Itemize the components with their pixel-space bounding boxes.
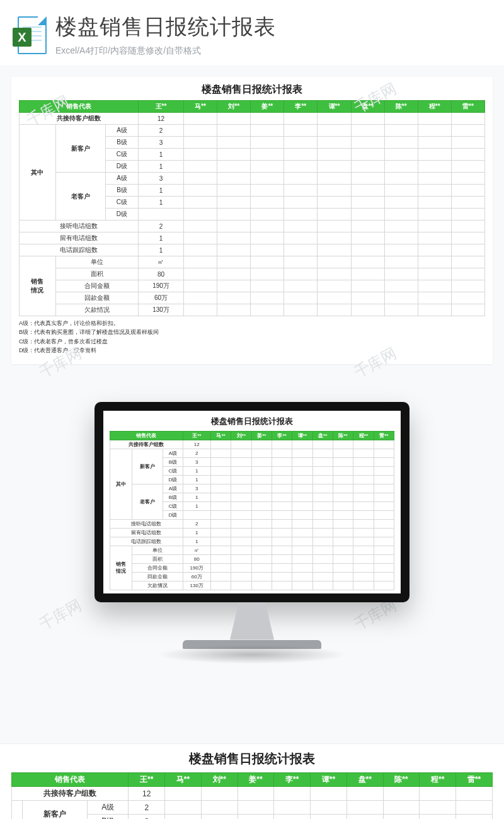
cell: 2 xyxy=(183,449,210,457)
col-sales-rep: 销售代表 xyxy=(20,101,139,113)
col-rep: 王** xyxy=(183,431,210,440)
cell xyxy=(418,280,451,292)
report-table-wrap: 销售代表王**马**刘**姜**李**谭**盘**陈**程**雷**共接待客户组… xyxy=(110,431,394,590)
col-rep: 雷** xyxy=(374,431,394,440)
cell xyxy=(231,457,251,466)
cell xyxy=(184,161,217,173)
cell xyxy=(231,572,251,581)
cell xyxy=(451,149,484,161)
cell xyxy=(418,232,451,244)
cell xyxy=(418,113,451,125)
col-rep: 程** xyxy=(353,431,374,440)
cell: 1 xyxy=(138,232,183,244)
cell xyxy=(284,209,318,220)
cell xyxy=(318,304,351,316)
cell xyxy=(383,815,420,820)
cell xyxy=(272,475,292,484)
note-line: C级：代表老客户，曾多次看过楼盘 xyxy=(19,337,485,346)
cell xyxy=(351,137,384,149)
cell: 3 xyxy=(138,137,183,149)
level-label: B级 xyxy=(163,493,183,501)
cell xyxy=(251,449,272,457)
cell xyxy=(312,484,333,493)
cell xyxy=(292,475,312,484)
cell xyxy=(210,475,231,484)
level-label: C级 xyxy=(106,197,139,209)
col-rep: 姜** xyxy=(251,431,272,440)
cell xyxy=(418,292,451,304)
cell xyxy=(312,440,333,449)
cell xyxy=(312,466,333,475)
cell xyxy=(272,563,292,572)
cell xyxy=(312,449,333,457)
cell xyxy=(418,244,451,256)
cell xyxy=(184,197,217,209)
cell: 80 xyxy=(183,554,210,563)
cell xyxy=(353,563,374,572)
cell xyxy=(184,256,217,268)
cell xyxy=(251,563,272,572)
cell xyxy=(318,197,351,209)
level-label: C级 xyxy=(163,501,183,510)
cell xyxy=(272,572,292,581)
cell xyxy=(274,801,311,815)
cell xyxy=(384,185,418,197)
cell xyxy=(231,475,251,484)
col-rep: 陈** xyxy=(384,101,418,113)
level-label: A级 xyxy=(163,484,183,493)
cell xyxy=(217,137,251,149)
cell: 1 xyxy=(138,185,183,197)
level-label: B级 xyxy=(106,137,139,149)
cell xyxy=(251,475,272,484)
cell xyxy=(383,787,420,801)
cell: 190万 xyxy=(183,563,210,572)
cell xyxy=(333,484,353,493)
report-table: 销售代表王**马**刘**姜**李**谭**盘**陈**程**雷**共接待客户组… xyxy=(19,100,485,316)
cell xyxy=(251,161,284,173)
cell xyxy=(284,292,318,304)
cell xyxy=(312,493,333,501)
cell xyxy=(353,501,374,510)
cell xyxy=(312,501,333,510)
cell xyxy=(374,475,394,484)
cell xyxy=(451,292,484,304)
cell: 3 xyxy=(183,457,210,466)
cell: 12 xyxy=(183,440,210,449)
cell xyxy=(374,554,394,563)
cell xyxy=(184,268,217,280)
cell xyxy=(292,493,312,501)
cell xyxy=(318,209,351,220)
cell: 3 xyxy=(138,173,183,185)
cell xyxy=(251,554,272,563)
cell xyxy=(333,466,353,475)
cell xyxy=(351,232,384,244)
cell xyxy=(451,125,484,137)
cell xyxy=(312,519,333,528)
cell xyxy=(456,801,493,815)
cell xyxy=(353,440,374,449)
cell xyxy=(217,256,251,268)
monitor-mockup: 楼盘销售日报统计报表 销售代表王**马**刘**姜**李**谭**盘**陈**程… xyxy=(0,402,504,664)
cell: 1 xyxy=(183,493,210,501)
cell xyxy=(292,546,312,554)
cell xyxy=(384,268,418,280)
cell xyxy=(292,537,312,546)
cell xyxy=(351,161,384,173)
cell: 1 xyxy=(183,501,210,510)
col-rep: 李** xyxy=(284,101,318,113)
level-label: D级 xyxy=(106,161,139,173)
page-header: X 楼盘销售日报统计报表 Excel/A4打印/内容随意修改/自带格式 xyxy=(0,0,504,66)
cell: 1 xyxy=(138,197,183,209)
cell xyxy=(201,787,238,801)
cell xyxy=(418,161,451,173)
cell xyxy=(251,173,284,185)
cell xyxy=(272,466,292,475)
cell xyxy=(333,563,353,572)
cell xyxy=(384,197,418,209)
cell xyxy=(284,113,318,125)
cell xyxy=(311,815,347,820)
tel-row-label: 接听电话组数 xyxy=(110,519,183,528)
cell xyxy=(165,801,202,815)
col-sales-rep: 销售代表 xyxy=(12,773,129,787)
cell xyxy=(351,149,384,161)
